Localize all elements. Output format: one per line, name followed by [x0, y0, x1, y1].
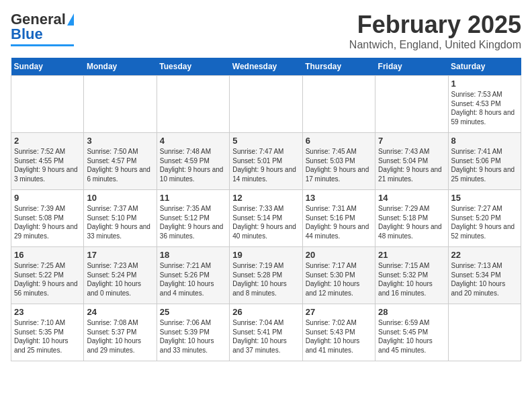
logo-blue-text: Blue [11, 26, 43, 43]
day-info: Sunrise: 7:25 AM Sunset: 5:22 PM Dayligh… [14, 261, 81, 298]
day-cell: 12Sunrise: 7:33 AM Sunset: 5:14 PM Dayli… [230, 190, 302, 247]
day-cell: 15Sunrise: 7:27 AM Sunset: 5:20 PM Dayli… [448, 190, 521, 247]
day-number: 26 [232, 307, 299, 317]
day-cell: 4Sunrise: 7:48 AM Sunset: 4:59 PM Daylig… [157, 133, 229, 190]
day-header-monday: Monday [84, 58, 157, 76]
day-cell: 22Sunrise: 7:13 AM Sunset: 5:34 PM Dayli… [448, 247, 521, 304]
day-number: 22 [451, 250, 518, 260]
day-info: Sunrise: 7:04 AM Sunset: 5:41 PM Dayligh… [232, 318, 299, 355]
day-info: Sunrise: 7:23 AM Sunset: 5:24 PM Dayligh… [87, 261, 153, 298]
day-cell: 3Sunrise: 7:50 AM Sunset: 4:57 PM Daylig… [84, 133, 157, 190]
day-info: Sunrise: 7:08 AM Sunset: 5:37 PM Dayligh… [87, 318, 153, 355]
day-cell: 5Sunrise: 7:47 AM Sunset: 5:01 PM Daylig… [230, 133, 302, 190]
day-cell: 17Sunrise: 7:23 AM Sunset: 5:24 PM Dayli… [84, 247, 157, 304]
day-cell: 27Sunrise: 7:02 AM Sunset: 5:43 PM Dayli… [302, 304, 375, 361]
day-info: Sunrise: 7:27 AM Sunset: 5:20 PM Dayligh… [451, 204, 518, 240]
week-row-2: 2Sunrise: 7:52 AM Sunset: 4:55 PM Daylig… [11, 133, 521, 190]
day-header-saturday: Saturday [448, 58, 521, 76]
day-cell: 10Sunrise: 7:37 AM Sunset: 5:10 PM Dayli… [84, 190, 157, 247]
day-number: 11 [160, 193, 226, 203]
day-cell [375, 76, 448, 133]
day-number: 9 [14, 193, 81, 203]
day-info: Sunrise: 7:29 AM Sunset: 5:18 PM Dayligh… [378, 204, 445, 240]
day-info: Sunrise: 7:47 AM Sunset: 5:01 PM Dayligh… [232, 147, 299, 183]
day-number: 2 [14, 136, 81, 146]
day-number: 19 [232, 250, 299, 260]
day-number: 14 [378, 193, 445, 203]
day-cell [84, 76, 157, 133]
day-cell [302, 76, 375, 133]
day-number: 21 [378, 250, 445, 260]
day-cell: 20Sunrise: 7:17 AM Sunset: 5:30 PM Dayli… [302, 247, 375, 304]
day-info: Sunrise: 7:31 AM Sunset: 5:16 PM Dayligh… [306, 204, 372, 240]
day-info: Sunrise: 7:15 AM Sunset: 5:32 PM Dayligh… [378, 261, 445, 298]
day-cell: 19Sunrise: 7:19 AM Sunset: 5:28 PM Dayli… [230, 247, 302, 304]
logo-triangle-icon [67, 13, 74, 26]
day-cell [230, 76, 302, 133]
day-number: 10 [87, 193, 153, 203]
day-info: Sunrise: 7:45 AM Sunset: 5:03 PM Dayligh… [306, 147, 372, 183]
day-info: Sunrise: 7:19 AM Sunset: 5:28 PM Dayligh… [232, 261, 299, 298]
day-number: 15 [451, 193, 518, 203]
week-row-1: 1Sunrise: 7:53 AM Sunset: 4:53 PM Daylig… [11, 76, 521, 133]
day-cell: 24Sunrise: 7:08 AM Sunset: 5:37 PM Dayli… [84, 304, 157, 361]
day-number: 4 [160, 136, 226, 146]
day-header-thursday: Thursday [302, 58, 375, 76]
day-cell [448, 304, 521, 361]
day-info: Sunrise: 6:59 AM Sunset: 5:45 PM Dayligh… [378, 318, 445, 355]
day-cell: 7Sunrise: 7:43 AM Sunset: 5:04 PM Daylig… [375, 133, 448, 190]
day-number: 13 [306, 193, 372, 203]
day-cell: 8Sunrise: 7:41 AM Sunset: 5:06 PM Daylig… [448, 133, 521, 190]
week-row-3: 9Sunrise: 7:39 AM Sunset: 5:08 PM Daylig… [11, 190, 521, 247]
logo-underline [11, 44, 74, 46]
day-number: 16 [14, 250, 81, 260]
day-cell: 2Sunrise: 7:52 AM Sunset: 4:55 PM Daylig… [11, 133, 84, 190]
day-info: Sunrise: 7:06 AM Sunset: 5:39 PM Dayligh… [160, 318, 226, 355]
day-number: 28 [378, 307, 445, 317]
day-cell: 16Sunrise: 7:25 AM Sunset: 5:22 PM Dayli… [11, 247, 84, 304]
calendar-title: February 2025 [349, 11, 521, 39]
day-info: Sunrise: 7:21 AM Sunset: 5:26 PM Dayligh… [160, 261, 226, 298]
day-number: 23 [14, 307, 81, 317]
day-number: 3 [87, 136, 153, 146]
day-header-wednesday: Wednesday [230, 58, 302, 76]
day-header-friday: Friday [375, 58, 448, 76]
logo: General Blue [11, 11, 74, 46]
header-row: SundayMondayTuesdayWednesdayThursdayFrid… [11, 58, 521, 76]
day-header-sunday: Sunday [11, 58, 84, 76]
day-number: 17 [87, 250, 153, 260]
day-info: Sunrise: 7:53 AM Sunset: 4:53 PM Dayligh… [451, 90, 518, 126]
calendar-table: SundayMondayTuesdayWednesdayThursdayFrid… [11, 58, 521, 361]
day-number: 8 [451, 136, 518, 146]
day-header-tuesday: Tuesday [157, 58, 229, 76]
day-cell: 13Sunrise: 7:31 AM Sunset: 5:16 PM Dayli… [302, 190, 375, 247]
day-number: 6 [306, 136, 372, 146]
header: General Blue February 2025 Nantwich, Eng… [11, 11, 521, 51]
day-cell [157, 76, 229, 133]
day-info: Sunrise: 7:39 AM Sunset: 5:08 PM Dayligh… [14, 204, 81, 240]
calendar-subtitle: Nantwich, England, United Kingdom [349, 39, 521, 51]
day-cell: 28Sunrise: 6:59 AM Sunset: 5:45 PM Dayli… [375, 304, 448, 361]
week-row-4: 16Sunrise: 7:25 AM Sunset: 5:22 PM Dayli… [11, 247, 521, 304]
day-cell: 21Sunrise: 7:15 AM Sunset: 5:32 PM Dayli… [375, 247, 448, 304]
day-cell: 18Sunrise: 7:21 AM Sunset: 5:26 PM Dayli… [157, 247, 229, 304]
day-cell: 9Sunrise: 7:39 AM Sunset: 5:08 PM Daylig… [11, 190, 84, 247]
day-number: 25 [160, 307, 226, 317]
day-number: 20 [306, 250, 372, 260]
day-number: 7 [378, 136, 445, 146]
day-info: Sunrise: 7:13 AM Sunset: 5:34 PM Dayligh… [451, 261, 518, 298]
day-info: Sunrise: 7:41 AM Sunset: 5:06 PM Dayligh… [451, 147, 518, 183]
day-cell [11, 76, 84, 133]
day-info: Sunrise: 7:33 AM Sunset: 5:14 PM Dayligh… [232, 204, 299, 240]
day-info: Sunrise: 7:48 AM Sunset: 4:59 PM Dayligh… [160, 147, 226, 183]
day-info: Sunrise: 7:37 AM Sunset: 5:10 PM Dayligh… [87, 204, 153, 240]
day-cell: 6Sunrise: 7:45 AM Sunset: 5:03 PM Daylig… [302, 133, 375, 190]
day-number: 5 [232, 136, 299, 146]
day-info: Sunrise: 7:10 AM Sunset: 5:35 PM Dayligh… [14, 318, 81, 355]
day-number: 27 [306, 307, 372, 317]
day-cell: 11Sunrise: 7:35 AM Sunset: 5:12 PM Dayli… [157, 190, 229, 247]
week-row-5: 23Sunrise: 7:10 AM Sunset: 5:35 PM Dayli… [11, 304, 521, 361]
title-area: February 2025 Nantwich, England, United … [349, 11, 521, 51]
day-number: 12 [232, 193, 299, 203]
day-cell: 1Sunrise: 7:53 AM Sunset: 4:53 PM Daylig… [448, 76, 521, 133]
